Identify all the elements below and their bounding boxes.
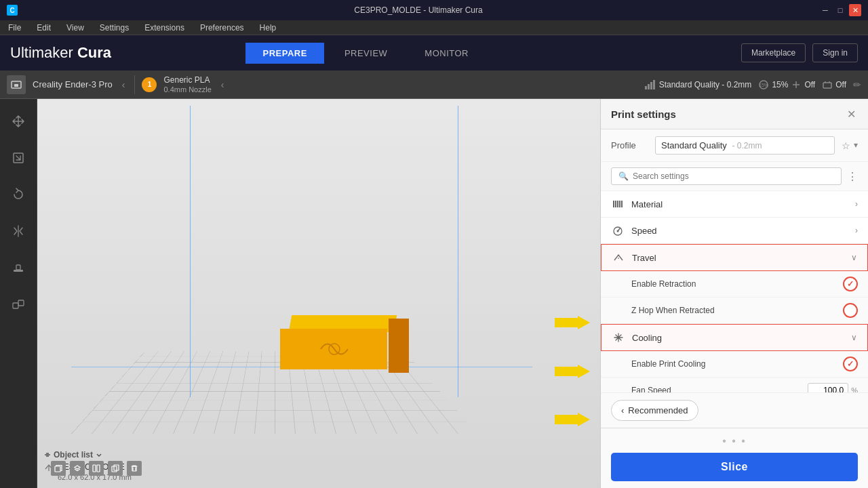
- menu-help[interactable]: Help: [257, 22, 279, 34]
- slice-area: • • • Slice: [601, 428, 868, 488]
- icon-cube[interactable]: [51, 461, 66, 476]
- toolbar: Creality Ender-3 Pro ‹ 1 Generic PLA 0.4…: [0, 70, 868, 99]
- adhesion-display: Off: [822, 79, 846, 90]
- 3d-model: [280, 315, 409, 383]
- svg-rect-4: [650, 82, 652, 89]
- section-speed[interactable]: Speed ›: [601, 218, 868, 244]
- svg-rect-23: [615, 201, 616, 207]
- panel-close-button[interactable]: ✕: [844, 107, 858, 121]
- left-sidebar: [0, 99, 37, 488]
- machine-prev-arrow[interactable]: ‹: [119, 79, 128, 90]
- icon-duplicate[interactable]: [108, 461, 123, 476]
- maximize-button[interactable]: □: [834, 4, 846, 16]
- menu-settings[interactable]: Settings: [97, 22, 132, 34]
- profile-icons: ☆ ▾: [842, 140, 858, 151]
- settings-scroll[interactable]: Material › Speed › Travel ∨: [601, 191, 868, 392]
- material-icon: [611, 197, 625, 211]
- marketplace-button[interactable]: Marketplace: [741, 43, 806, 62]
- profile-chevron-icon[interactable]: ▾: [854, 140, 858, 151]
- material-badge: 1: [142, 77, 157, 92]
- cooling-icon: [612, 331, 625, 344]
- enable-cooling-checkbox[interactable]: [843, 357, 858, 371]
- minimize-button[interactable]: ─: [819, 4, 831, 16]
- viewport[interactable]: Object list CE3PRO_MOLDE 62.0 x 62.0 x 1…: [37, 99, 600, 488]
- support-off-label: Off: [804, 80, 815, 89]
- search-input[interactable]: [633, 171, 834, 181]
- speed-icon: [611, 224, 625, 237]
- sign-in-button[interactable]: Sign in: [812, 43, 858, 62]
- tab-monitor[interactable]: MONITOR: [408, 43, 486, 64]
- support-percent: 15%: [772, 80, 788, 89]
- machine-name: Creality Ender-3 Pro: [33, 79, 113, 89]
- toolbar-material: Generic PLA 0.4mm Nozzle: [163, 75, 211, 94]
- section-material[interactable]: Material ›: [601, 191, 868, 218]
- sub-enable-retraction: Enable Retraction: [601, 271, 868, 298]
- svg-text:15%: 15%: [759, 83, 768, 87]
- svg-rect-13: [18, 300, 24, 306]
- section-cooling[interactable]: Cooling ∨: [601, 324, 868, 351]
- adhesion-off-label: Off: [835, 80, 846, 89]
- brand-ultimaker: Ultimaker: [10, 44, 73, 62]
- section-travel-label: Travel: [632, 253, 851, 263]
- arrow-shaft-travel: [555, 318, 578, 327]
- fan-speed-input[interactable]: [808, 383, 848, 392]
- recommended-button[interactable]: ‹ Recommended: [611, 400, 698, 421]
- toolbar-divider-1: [134, 75, 135, 94]
- arrow-head-travel: [578, 316, 590, 329]
- svg-point-28: [617, 230, 619, 232]
- zhop-label: Z Hop When Retracted: [631, 306, 843, 315]
- fan-speed-input-wrap: %: [808, 383, 858, 392]
- menu-file[interactable]: File: [5, 22, 24, 34]
- tool-mirror[interactable]: [6, 219, 31, 243]
- menu-preferences[interactable]: Preferences: [197, 22, 247, 34]
- material-prev-arrow[interactable]: ‹: [218, 79, 227, 90]
- slice-button[interactable]: Slice: [611, 453, 858, 481]
- bottom-icons: [51, 461, 142, 476]
- icon-delete[interactable]: [127, 461, 142, 476]
- menu-dots-icon[interactable]: ⋮: [847, 170, 858, 183]
- section-cooling-label: Cooling: [632, 333, 851, 343]
- sub-fan-speed: Fan Speed %: [601, 378, 868, 392]
- grid-floor: [71, 351, 478, 434]
- app-icon: C: [7, 5, 18, 16]
- svg-rect-16: [55, 466, 60, 472]
- section-travel[interactable]: Travel ∨: [601, 244, 868, 271]
- svg-rect-25: [619, 201, 620, 207]
- edit-icon[interactable]: ✏: [853, 79, 861, 90]
- tool-support[interactable]: [6, 256, 31, 280]
- quality-label: Standard Quality - 0.2mm: [659, 80, 752, 89]
- close-button[interactable]: ✕: [849, 4, 861, 16]
- tab-prepare[interactable]: PREPARE: [245, 43, 323, 64]
- svg-rect-5: [653, 80, 655, 89]
- nav-tabs: PREPARE PREVIEW MONITOR: [245, 43, 486, 64]
- menu-edit[interactable]: Edit: [34, 22, 54, 34]
- profile-star-icon[interactable]: ☆: [842, 140, 850, 151]
- icon-layer[interactable]: [70, 461, 85, 476]
- search-icon: 🔍: [618, 171, 629, 181]
- tool-rotate[interactable]: [6, 182, 31, 207]
- tab-preview[interactable]: PREVIEW: [328, 43, 404, 64]
- enable-retraction-label: Enable Retraction: [631, 279, 843, 289]
- tool-permodel[interactable]: [6, 292, 31, 317]
- recommended-chevron-icon: ‹: [621, 405, 624, 415]
- panel-title: Print settings: [611, 108, 676, 120]
- window-controls: ─ □ ✕: [819, 4, 861, 16]
- title-bar: C CE3PRO_MOLDE - Ultimaker Cura ─ □ ✕: [0, 0, 868, 20]
- menu-view[interactable]: View: [64, 22, 87, 34]
- profile-label: Profile: [611, 140, 648, 150]
- svg-rect-8: [823, 83, 831, 88]
- tool-move[interactable]: [6, 109, 31, 134]
- section-material-label: Material: [631, 199, 855, 209]
- machine-icon: [7, 75, 26, 94]
- zhop-checkbox[interactable]: [843, 303, 858, 318]
- support-display: 15% 15% Off: [758, 79, 815, 90]
- icon-split[interactable]: [89, 461, 104, 476]
- svg-point-29: [617, 336, 620, 339]
- enable-retraction-checkbox[interactable]: [843, 277, 858, 291]
- window-title: CE3PRO_MOLDE - Ultimaker Cura: [18, 5, 819, 15]
- tool-scale[interactable]: [6, 146, 31, 170]
- profile-select[interactable]: Standard Quality - 0.2mm: [655, 136, 835, 155]
- svg-rect-17: [93, 465, 96, 472]
- arrow-head-cooling: [578, 365, 590, 378]
- menu-extensions[interactable]: Extensions: [142, 22, 187, 34]
